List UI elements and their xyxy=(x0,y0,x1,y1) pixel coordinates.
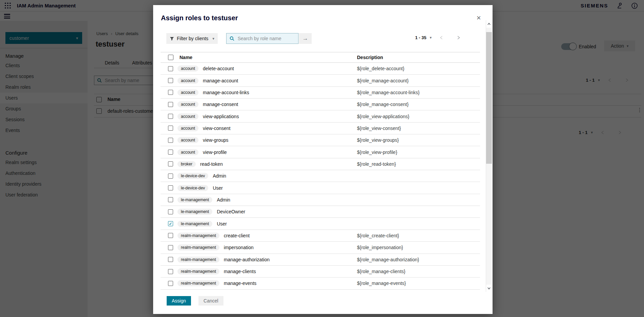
table-row: le-management User xyxy=(161,218,480,230)
table-row: realm-management impersonation ${role_im… xyxy=(161,242,480,254)
roles-table-body: account delete-account ${role_delete-acc… xyxy=(161,63,480,290)
scroll-up-button[interactable] xyxy=(486,20,492,28)
role-checkbox[interactable] xyxy=(168,150,173,155)
search-icon xyxy=(230,36,234,41)
role-name: User xyxy=(213,185,223,191)
client-badge: realm-management xyxy=(177,233,219,239)
role-checkbox[interactable] xyxy=(168,269,173,274)
role-checkbox[interactable] xyxy=(168,114,173,119)
role-name: manage-events xyxy=(224,281,257,286)
assign-button[interactable]: Assign xyxy=(167,296,191,306)
role-checkbox[interactable] xyxy=(168,221,173,226)
client-badge: account xyxy=(177,125,198,131)
role-description: ${role_view-groups} xyxy=(357,137,399,143)
cancel-button[interactable]: Cancel xyxy=(198,296,223,306)
filter-by-clients-dropdown[interactable]: Filter by clients ▾ xyxy=(166,33,218,44)
modal-scrollbar[interactable] xyxy=(486,20,492,292)
client-badge: realm-management xyxy=(177,244,219,250)
table-row: account manage-account-links ${role_mana… xyxy=(161,87,480,99)
modal-pagination: 1 - 35 ▾ xyxy=(415,35,460,40)
role-checkbox[interactable] xyxy=(168,102,173,107)
client-badge: realm-management xyxy=(177,280,219,286)
client-badge: realm-management xyxy=(177,257,219,263)
role-description: ${role_manage-account} xyxy=(357,78,409,83)
filter-icon xyxy=(170,36,174,41)
column-header-name: Name xyxy=(180,55,192,60)
role-checkbox[interactable] xyxy=(168,197,173,202)
role-name: Admin xyxy=(213,173,226,179)
search-submit-arrow-icon[interactable]: → xyxy=(299,33,312,44)
role-name: view-consent xyxy=(203,126,231,131)
role-name: create-client xyxy=(224,233,249,238)
table-row: broker read-token ${role_read-token} xyxy=(161,158,480,170)
table-row: le-management Admin xyxy=(161,194,480,206)
client-badge: account xyxy=(177,101,198,107)
role-name: impersonation xyxy=(224,245,254,250)
next-page-icon[interactable] xyxy=(457,35,460,40)
role-description: ${role_manage-events} xyxy=(357,281,406,286)
role-checkbox[interactable] xyxy=(168,90,173,95)
client-badge: le-management xyxy=(177,209,212,215)
role-description: ${role_manage-account-links} xyxy=(357,90,420,95)
role-name: view-groups xyxy=(203,137,228,143)
roles-table-header: Name Description xyxy=(161,52,480,63)
close-icon[interactable]: ✕ xyxy=(475,13,482,23)
role-checkbox[interactable] xyxy=(168,161,173,166)
role-name: manage-clients xyxy=(224,269,256,274)
role-name: read-token xyxy=(200,161,223,167)
role-checkbox[interactable] xyxy=(168,126,173,131)
client-badge: account xyxy=(177,137,198,143)
role-description: ${role_view-consent} xyxy=(357,126,401,131)
table-row: account manage-consent ${role_manage-con… xyxy=(161,99,480,110)
table-row: le-device-dev Admin xyxy=(161,170,480,182)
assign-roles-modal: Assign roles to testuser ✕ Filter by cli… xyxy=(153,5,493,314)
role-checkbox[interactable] xyxy=(168,209,173,214)
client-badge: le-device-dev xyxy=(177,185,208,191)
role-search-box xyxy=(226,33,299,44)
client-badge: account xyxy=(177,65,198,72)
select-all-checkbox[interactable] xyxy=(168,55,173,60)
client-badge: account xyxy=(177,89,198,96)
role-checkbox[interactable] xyxy=(168,174,173,179)
role-name: view-profile xyxy=(203,150,227,155)
scrollbar-thumb[interactable] xyxy=(486,32,492,164)
role-checkbox[interactable] xyxy=(168,245,173,250)
table-row: realm-management manage-events ${role_ma… xyxy=(161,278,480,289)
table-row: account manage-account ${role_manage-acc… xyxy=(161,75,480,86)
table-row: account view-applications ${role_view-ap… xyxy=(161,110,480,122)
chevron-down-icon xyxy=(487,287,491,290)
role-name: view-applications xyxy=(203,114,239,119)
table-row: account view-profile ${role_view-profile… xyxy=(161,146,480,158)
role-description: ${role_view-profile} xyxy=(357,150,397,155)
pagination-range[interactable]: 1 - 35 xyxy=(415,35,426,40)
role-description: ${role_manage-authorization} xyxy=(357,257,419,262)
previous-page-icon[interactable] xyxy=(440,35,443,40)
role-checkbox[interactable] xyxy=(168,78,173,83)
role-checkbox[interactable] xyxy=(168,185,173,190)
role-description: ${role_manage-clients} xyxy=(357,269,405,274)
chevron-down-icon: ▾ xyxy=(212,36,214,41)
role-checkbox[interactable] xyxy=(168,66,173,71)
role-name: delete-account xyxy=(203,66,234,71)
role-name: Admin xyxy=(217,197,230,203)
role-description: ${role_view-applications} xyxy=(357,114,409,119)
scroll-down-button[interactable] xyxy=(486,285,492,292)
client-badge: account xyxy=(177,149,198,155)
role-checkbox[interactable] xyxy=(168,233,173,238)
chevron-up-icon xyxy=(487,23,491,25)
filter-label: Filter by clients xyxy=(177,36,208,41)
role-checkbox[interactable] xyxy=(168,257,173,262)
chevron-down-icon: ▾ xyxy=(430,35,432,40)
role-checkbox[interactable] xyxy=(168,138,173,143)
table-row: le-management DeviceOwner xyxy=(161,206,480,218)
role-search-input[interactable] xyxy=(237,35,300,42)
role-checkbox[interactable] xyxy=(168,281,173,286)
client-badge: le-management xyxy=(177,197,212,203)
role-description: ${role_manage-consent} xyxy=(357,102,409,107)
table-row: realm-management manage-clients ${role_m… xyxy=(161,266,480,278)
role-description: ${role_impersonation} xyxy=(357,245,403,250)
role-name: manage-account xyxy=(203,78,238,83)
client-badge: realm-management xyxy=(177,268,219,274)
role-description: ${role_read-token} xyxy=(357,161,396,167)
table-row: account view-consent ${role_view-consent… xyxy=(161,123,480,134)
